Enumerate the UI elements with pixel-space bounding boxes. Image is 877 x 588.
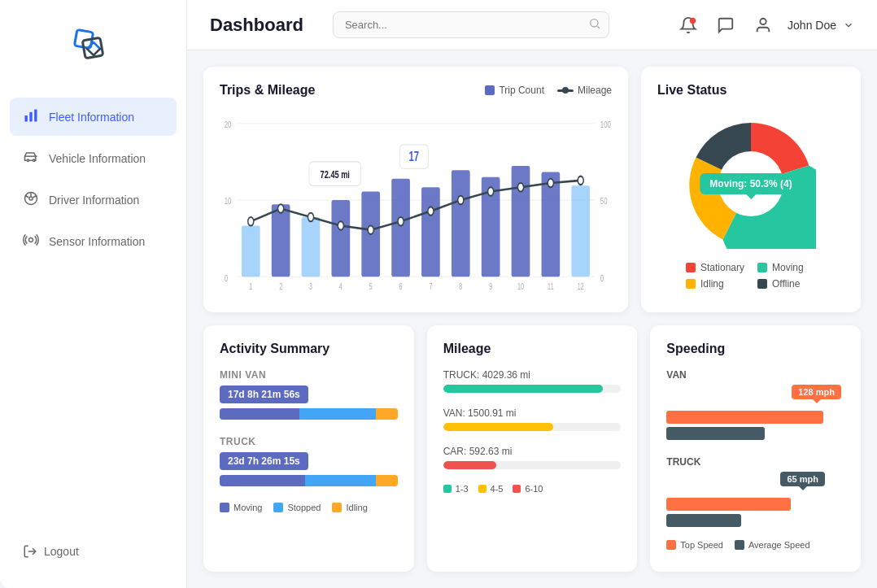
sidebar-item-driver[interactable]: Driver Information bbox=[10, 181, 177, 219]
mini-van-moving-seg bbox=[220, 408, 299, 420]
account-button[interactable] bbox=[750, 12, 776, 38]
speeding-legend: Top Speed Average Speed bbox=[666, 540, 844, 550]
svg-text:10: 10 bbox=[225, 196, 232, 207]
car-icon bbox=[23, 149, 39, 168]
trips-card-header: Trips & Mileage Trip Count Mileage bbox=[220, 83, 612, 98]
activity-title: Activity Summary bbox=[220, 342, 329, 356]
svg-text:4: 4 bbox=[339, 282, 343, 290]
stationary-dot bbox=[686, 263, 696, 272]
header: Dashboard John Doe bbox=[187, 0, 877, 50]
svg-line-12 bbox=[597, 26, 600, 28]
svg-text:12: 12 bbox=[578, 282, 584, 290]
mileage-title: Mileage bbox=[443, 342, 491, 356]
truck-label: TRUCK bbox=[220, 436, 398, 447]
moving-dot bbox=[757, 263, 767, 272]
avg-speed-label: Average Speed bbox=[748, 540, 810, 550]
app-logo bbox=[69, 24, 118, 73]
activity-header: Activity Summary bbox=[220, 342, 398, 356]
svg-point-38 bbox=[308, 213, 313, 221]
user-menu[interactable]: John Doe bbox=[788, 19, 854, 32]
mini-van-stopped-seg bbox=[299, 408, 376, 420]
mileage-legend: 1-3 4-5 6-10 bbox=[443, 484, 622, 494]
pie-legend: Stationary Moving Idling Offline bbox=[686, 262, 816, 290]
mileage-6-10-dot bbox=[513, 485, 521, 493]
svg-text:0: 0 bbox=[225, 272, 229, 283]
svg-point-6 bbox=[33, 159, 36, 162]
speeding-van-top-bar bbox=[666, 411, 822, 424]
trip-count-legend-label: Trip Count bbox=[499, 85, 544, 96]
mileage-van: VAN: 1500.91 mi bbox=[443, 407, 622, 431]
activity-idling-label: Idling bbox=[346, 503, 367, 512]
mileage-car-label: CAR: 592.63 mi bbox=[443, 446, 622, 457]
trips-legend: Trip Count Mileage bbox=[485, 85, 612, 96]
svg-point-42 bbox=[428, 207, 434, 215]
truck-time-badge: 23d 7h 26m 15s bbox=[220, 452, 308, 470]
trip-count-dot bbox=[485, 85, 495, 95]
activity-legend-idling: Idling bbox=[332, 503, 367, 512]
sidebar-item-fleet[interactable]: Fleet Information bbox=[10, 98, 177, 136]
user-name: John Doe bbox=[788, 19, 836, 32]
sidebar-item-sensor[interactable]: Sensor Information bbox=[10, 222, 177, 260]
svg-point-5 bbox=[27, 159, 29, 162]
svg-text:5: 5 bbox=[369, 282, 373, 290]
mileage-van-fill bbox=[443, 423, 554, 431]
sensor-icon bbox=[23, 232, 39, 250]
svg-text:17: 17 bbox=[409, 149, 420, 164]
mileage-car-bar bbox=[443, 461, 622, 469]
svg-text:11: 11 bbox=[548, 282, 554, 290]
svg-text:20: 20 bbox=[225, 119, 232, 129]
messages-button[interactable] bbox=[713, 12, 739, 38]
sidebar-item-vehicle[interactable]: Vehicle Information bbox=[10, 139, 177, 177]
svg-text:3: 3 bbox=[309, 282, 312, 290]
page-title: Dashboard bbox=[210, 15, 303, 36]
search-icon bbox=[588, 17, 601, 33]
search-input[interactable] bbox=[333, 11, 609, 38]
speeding-legend-top: Top Speed bbox=[666, 540, 723, 550]
mileage-truck-label: TRUCK: 4029.36 mi bbox=[443, 369, 622, 381]
mini-van-bar bbox=[220, 408, 398, 420]
offline-label: Offline bbox=[772, 278, 800, 290]
sidebar-item-driver-label: Driver Information bbox=[49, 194, 139, 207]
live-status-title: Live Status bbox=[657, 83, 726, 98]
speeding-van-label: VAN bbox=[666, 369, 844, 381]
svg-rect-27 bbox=[332, 200, 351, 277]
notifications-button[interactable] bbox=[675, 12, 701, 38]
top-speed-label: Top Speed bbox=[680, 540, 723, 550]
svg-rect-30 bbox=[421, 187, 440, 277]
mileage-car-fill bbox=[443, 461, 497, 469]
mileage-legend-6-10: 6-10 bbox=[513, 484, 543, 494]
activity-idling-dot bbox=[332, 503, 342, 512]
offline-dot bbox=[757, 279, 767, 289]
speeding-van-bars: 128 mph bbox=[666, 385, 844, 440]
pie-chart-container: Moving: 50.3% (4) Stationary Moving Idli… bbox=[657, 111, 844, 290]
svg-text:1: 1 bbox=[249, 282, 252, 290]
mileage-card: Mileage TRUCK: 4029.36 mi VAN: 1500.91 m… bbox=[427, 325, 638, 573]
svg-point-11 bbox=[591, 19, 598, 26]
speeding-truck: TRUCK 65 mph bbox=[666, 456, 844, 527]
activity-mini-van: MINI VAN 17d 8h 21m 56s bbox=[220, 369, 398, 420]
mileage-car: CAR: 592.63 mi bbox=[443, 446, 622, 469]
logout-button[interactable]: Logout bbox=[0, 531, 186, 572]
logout-icon bbox=[23, 544, 37, 559]
svg-rect-2 bbox=[25, 115, 28, 122]
idling-label: Idling bbox=[700, 278, 724, 290]
mileage-legend-4-5: 4-5 bbox=[478, 484, 504, 494]
mileage-header: Mileage bbox=[443, 342, 622, 356]
mileage-legend-label: Mileage bbox=[578, 85, 612, 96]
avg-speed-dot bbox=[735, 540, 744, 550]
trip-count-legend: Trip Count bbox=[485, 85, 544, 96]
sidebar-item-sensor-label: Sensor Information bbox=[49, 235, 145, 248]
search-bar bbox=[333, 11, 609, 38]
logout-label: Logout bbox=[44, 545, 79, 558]
svg-point-13 bbox=[690, 17, 696, 23]
truck-bar bbox=[220, 475, 398, 486]
idling-dot bbox=[686, 279, 696, 289]
truck-stopped-seg bbox=[305, 475, 376, 486]
header-actions: John Doe bbox=[675, 12, 854, 38]
speeding-header: Speeding bbox=[666, 342, 844, 356]
activity-stopped-dot bbox=[273, 503, 283, 512]
logo-area bbox=[0, 16, 186, 98]
pie-legend-moving: Moving bbox=[757, 262, 816, 273]
svg-rect-29 bbox=[391, 179, 410, 277]
svg-text:72.45 mi: 72.45 mi bbox=[321, 168, 350, 180]
